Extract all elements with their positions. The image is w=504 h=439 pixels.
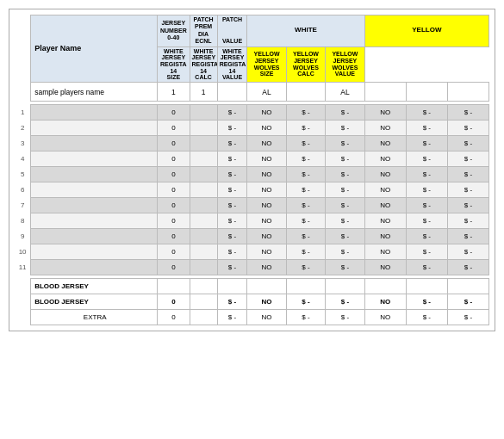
- yellow-val-1: $ -: [447, 105, 488, 121]
- patch-val-1: $ -: [217, 105, 247, 121]
- table-row: 6 0 $ - NO $ - $ - NO $ - $ -: [15, 182, 489, 198]
- header-empty-sub: [15, 46, 31, 82]
- header-jersey-num: JERSEYNUMBER0-40: [158, 15, 190, 47]
- player-name-8[interactable]: [31, 213, 158, 229]
- blood-row-num-2: [15, 294, 31, 310]
- header-white-jersey-size: WHITEJERSEYREGISTA 14SIZE: [158, 46, 190, 82]
- table-row: 5 0 $ - NO $ - $ - NO $ - $ -: [15, 167, 489, 182]
- sample-player-row: sample players name 1 1 AL AL: [15, 83, 489, 102]
- header-yellow-jersey-value: YELLOWJERSEYWOLVESVALUE: [326, 46, 364, 82]
- blood-jersey-label-2: BLOOD JERSEY: [31, 294, 158, 310]
- row-num-11: 11: [15, 260, 31, 275]
- sample-row-num: [15, 83, 31, 102]
- row-num-2: 2: [15, 121, 31, 136]
- player-name-4[interactable]: [31, 151, 158, 167]
- main-table: Player Name JERSEYNUMBER0-40 PATCHPREMDI…: [15, 15, 489, 325]
- player-name-9[interactable]: [31, 229, 158, 244]
- extra-label: EXTRA: [31, 310, 158, 325]
- yellow-calc-1: $ -: [406, 105, 447, 121]
- header-row-1: Player Name JERSEYNUMBER0-40 PATCHPREMDI…: [15, 15, 489, 47]
- patch-1: [190, 105, 217, 121]
- sample-white-val: AL: [326, 83, 364, 102]
- row-num-6: 6: [15, 182, 31, 198]
- player-name-10[interactable]: [31, 244, 158, 260]
- header-yellow-jersey-size: YELLOWJERSEYWOLVESSIZE: [247, 46, 286, 82]
- yellow-size-1: NO: [364, 105, 406, 121]
- player-name-6[interactable]: [31, 182, 158, 198]
- player-name-11[interactable]: [31, 260, 158, 275]
- white-calc-1: $ -: [286, 105, 325, 121]
- sample-player-name[interactable]: sample players name: [31, 83, 158, 102]
- row-num-4: 4: [15, 151, 31, 167]
- sample-yellow-val: [447, 83, 488, 102]
- sample-white-calc: [286, 83, 325, 102]
- extra-row-num: [15, 310, 31, 325]
- header-empty-num: [15, 15, 31, 47]
- row-num-3: 3: [15, 136, 31, 151]
- header-white-jersey-value: WHITEJERSEYREGISTA 14VALUE: [217, 46, 247, 82]
- player-name-7[interactable]: [31, 198, 158, 213]
- header-yellow-jersey-calc: YELLOWJERSEYWOLVESCALC: [286, 46, 325, 82]
- row-num-5: 5: [15, 167, 31, 182]
- table-row: 8 0 $ - NO $ - $ - NO $ - $ -: [15, 213, 489, 229]
- white-size-1: NO: [247, 105, 286, 121]
- sample-jersey: 1: [158, 83, 190, 102]
- header-patch-val: PATCHVALUE: [217, 15, 247, 47]
- blood-jersey-row-1: BLOOD JERSEY: [15, 279, 489, 294]
- table-row: 1 0 $ - NO $ - $ - NO $ - $ -: [15, 105, 489, 121]
- row-num-10: 10: [15, 244, 31, 260]
- blood-row-num-1: [15, 279, 31, 294]
- sample-patch: 1: [190, 83, 217, 102]
- sample-patch-val: [217, 83, 247, 102]
- table-row: 3 0 $ - NO $ - $ - NO $ - $ -: [15, 136, 489, 151]
- jersey-1: 0: [158, 105, 190, 121]
- header-white-label: WHITE: [247, 15, 364, 47]
- player-name-2[interactable]: [31, 121, 158, 136]
- sample-yellow-size: [364, 83, 406, 102]
- header-yellow-label1: YELLOW: [364, 15, 488, 47]
- player-name-5[interactable]: [31, 167, 158, 182]
- row-num-9: 9: [15, 229, 31, 244]
- table-row: 2 0 $ - NO $ - $ - NO $ - $ -: [15, 121, 489, 136]
- sample-yellow-calc: [406, 83, 447, 102]
- blood-jersey-row-2: BLOOD JERSEY 0 $ - NO $ - $ - NO $ - $ -: [15, 294, 489, 310]
- jersey-2: 0: [158, 121, 190, 136]
- header-player-name: Player Name: [31, 15, 158, 83]
- white-val-1: $ -: [326, 105, 364, 121]
- row-num-1: 1: [15, 105, 31, 121]
- spreadsheet-container: Player Name JERSEYNUMBER0-40 PATCHPREMDI…: [9, 9, 495, 331]
- player-name-1[interactable]: [31, 105, 158, 121]
- extra-row: EXTRA 0 $ - NO $ - $ - NO $ - $ -: [15, 310, 489, 325]
- table-row: 9 0 $ - NO $ - $ - NO $ - $ -: [15, 229, 489, 244]
- row-num-7: 7: [15, 198, 31, 213]
- table-row: 7 0 $ - NO $ - $ - NO $ - $ -: [15, 198, 489, 213]
- row-num-8: 8: [15, 213, 31, 229]
- blood-jersey-label-1: BLOOD JERSEY: [31, 279, 158, 294]
- header-patch-prem: PATCHPREMDIAECNL: [190, 15, 217, 47]
- player-name-3[interactable]: [31, 136, 158, 151]
- table-row: 4 0 $ - NO $ - $ - NO $ - $ -: [15, 151, 489, 167]
- table-row: 10 0 $ - NO $ - $ - NO $ - $ -: [15, 244, 489, 260]
- sample-white-size: AL: [247, 83, 286, 102]
- table-row: 11 0 $ - NO $ - $ - NO $ - $ -: [15, 260, 489, 275]
- header-white-jersey-calc: WHITEJERSEYREGISTA 14CALC: [190, 46, 217, 82]
